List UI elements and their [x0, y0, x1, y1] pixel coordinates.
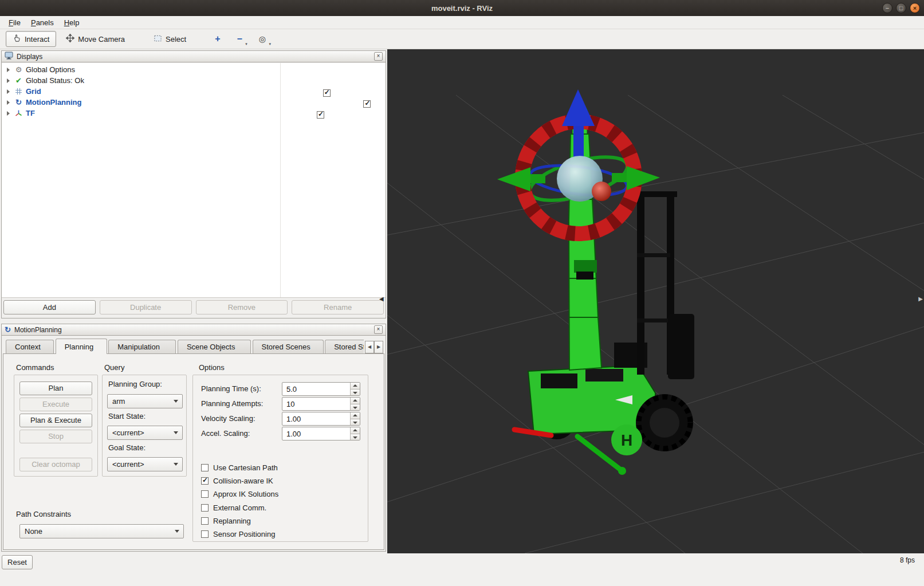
- use-cartesian-path-option[interactable]: Use Cartesian Path: [201, 463, 278, 472]
- checkbox-label: External Comm.: [213, 504, 266, 512]
- start-state-select[interactable]: <current>: [107, 426, 183, 440]
- motionplanning-panel-header[interactable]: ↻ MotionPlanning ×: [2, 324, 386, 336]
- remove-tool-button[interactable]: − ▾: [230, 31, 249, 47]
- add-display-button[interactable]: Add: [3, 300, 96, 314]
- menu-panels[interactable]: Panels: [26, 17, 59, 28]
- status-ok-icon: ✔: [14, 76, 23, 85]
- spin-up-button[interactable]: [351, 427, 360, 434]
- expander-icon[interactable]: [7, 111, 10, 116]
- render-viewport[interactable]: H: [387, 49, 924, 553]
- dropdown-arrow-icon: [174, 463, 178, 466]
- expander-icon[interactable]: [7, 68, 10, 72]
- duplicate-display-button[interactable]: Duplicate: [100, 300, 192, 314]
- display-row-motionplanning[interactable]: ↻ MotionPlanning: [2, 97, 386, 108]
- collision-aware-ik-checkbox[interactable]: [201, 477, 209, 485]
- spin-down-button[interactable]: [351, 434, 360, 441]
- options-groupbox: Planning Time (s): Planning Attempts: Ve…: [192, 375, 368, 542]
- display-label: Global Status: Ok: [26, 76, 84, 85]
- add-tool-icon: +: [215, 34, 220, 44]
- displays-tree: ⚙ Global Options ✔ Global Status: Ok Gri…: [2, 63, 386, 298]
- display-row-tf[interactable]: TF: [2, 108, 386, 119]
- planning-time-input[interactable]: [282, 383, 350, 395]
- tab-manipulation[interactable]: Manipulation: [108, 340, 176, 354]
- splitter-collapse-left-icon[interactable]: ◀: [379, 296, 384, 302]
- plan-and-execute-button[interactable]: Plan & Execute: [19, 414, 92, 427]
- query-section-label: Query: [104, 363, 124, 372]
- window-title: moveit.rviz - RViz: [431, 4, 493, 13]
- commands-groupbox: Plan Execute Plan & Execute Stop Clear o…: [14, 375, 98, 477]
- displays-panel-header[interactable]: Displays ×: [2, 51, 386, 62]
- spin-down-button[interactable]: [351, 404, 360, 411]
- titlebar[interactable]: moveit.rviz - RViz − □ ×: [0, 0, 924, 16]
- expander-icon[interactable]: [7, 78, 10, 83]
- display-label: Global Options: [26, 65, 75, 74]
- goal-state-value: <current>: [112, 460, 144, 469]
- maximize-button[interactable]: □: [896, 3, 906, 13]
- collision-aware-ik-option[interactable]: Collision-aware IK: [201, 476, 273, 485]
- planning-attempts-label: Planning Attempts:: [201, 399, 263, 408]
- menubar: File Panels Help: [0, 16, 924, 29]
- gear-icon: ⚙: [14, 65, 23, 74]
- spin-up-button[interactable]: [351, 398, 360, 404]
- motionplanning-enabled-checkbox[interactable]: [363, 100, 371, 108]
- goal-state-label: Goal State:: [108, 443, 146, 452]
- stop-button[interactable]: Stop: [19, 430, 92, 443]
- reset-button[interactable]: Reset: [2, 555, 33, 569]
- spin-up-button[interactable]: [351, 383, 360, 390]
- external-comm-option[interactable]: External Comm.: [201, 503, 266, 512]
- remove-display-button[interactable]: Remove: [196, 300, 288, 314]
- display-row-global-status[interactable]: ✔ Global Status: Ok: [2, 75, 386, 86]
- grid-enabled-checkbox[interactable]: [323, 89, 331, 97]
- display-row-global-options[interactable]: ⚙ Global Options: [2, 64, 386, 75]
- velocity-scaling-input[interactable]: [282, 412, 350, 425]
- tab-scroll-left-button[interactable]: ◀: [365, 341, 374, 353]
- replanning-option[interactable]: Replanning: [201, 516, 251, 525]
- displays-close-button[interactable]: ×: [374, 52, 383, 61]
- displays-monitor-icon: [5, 52, 13, 61]
- external-comm-checkbox[interactable]: [201, 504, 209, 512]
- spin-down-button[interactable]: [351, 390, 360, 396]
- spin-down-button[interactable]: [351, 419, 360, 426]
- checkbox-label: Use Cartesian Path: [213, 463, 278, 472]
- menu-help[interactable]: Help: [59, 17, 85, 28]
- tf-enabled-checkbox[interactable]: [317, 111, 324, 119]
- approx-ik-solutions-option[interactable]: Approx IK Solutions: [201, 489, 278, 498]
- tab-stored-scenes[interactable]: Stored Scenes: [253, 340, 324, 354]
- planning-attempts-input[interactable]: [282, 398, 350, 410]
- display-row-grid[interactable]: Grid: [2, 86, 386, 97]
- motionplanning-close-button[interactable]: ×: [374, 325, 383, 334]
- 3d-scene[interactable]: H: [387, 49, 924, 553]
- accel-scaling-input[interactable]: [282, 427, 350, 440]
- tab-scroll-right-button[interactable]: ▶: [374, 341, 383, 353]
- dropdown-arrow-icon: [175, 530, 179, 533]
- path-constraints-select[interactable]: None: [19, 524, 184, 538]
- tool-select-button[interactable]: Select: [147, 31, 193, 47]
- tab-stored-states[interactable]: Stored States: [325, 340, 364, 354]
- rename-display-button[interactable]: Rename: [292, 300, 384, 314]
- spin-up-button[interactable]: [351, 412, 360, 419]
- tab-planning[interactable]: Planning: [56, 339, 107, 354]
- tab-context[interactable]: Context: [6, 340, 54, 354]
- close-button[interactable]: ×: [910, 3, 920, 13]
- sensor-positioning-option[interactable]: Sensor Positioning: [201, 529, 275, 538]
- plan-button[interactable]: Plan: [19, 382, 92, 395]
- splitter-collapse-right-icon[interactable]: ▶: [918, 296, 923, 302]
- use-cartesian-path-checkbox[interactable]: [201, 464, 209, 471]
- clear-octomap-button[interactable]: Clear octomap: [19, 458, 92, 471]
- tool-interact-button[interactable]: Interact: [6, 31, 56, 47]
- tool-move-camera-button[interactable]: Move Camera: [59, 31, 132, 47]
- sensor-positioning-checkbox[interactable]: [201, 530, 209, 538]
- tool-properties-button[interactable]: ◎ ▾: [252, 31, 273, 47]
- select-icon: [154, 34, 162, 44]
- replanning-checkbox[interactable]: [201, 517, 209, 525]
- add-tool-button[interactable]: +: [208, 31, 227, 47]
- planning-group-select[interactable]: arm: [107, 394, 183, 408]
- expander-icon[interactable]: [7, 100, 10, 105]
- minimize-button[interactable]: −: [882, 3, 892, 13]
- approx-ik-solutions-checkbox[interactable]: [201, 490, 209, 498]
- menu-file[interactable]: File: [3, 17, 26, 28]
- execute-button[interactable]: Execute: [19, 398, 92, 411]
- tab-scene-objects[interactable]: Scene Objects: [178, 340, 251, 354]
- expander-icon[interactable]: [7, 89, 10, 94]
- goal-state-select[interactable]: <current>: [107, 457, 183, 471]
